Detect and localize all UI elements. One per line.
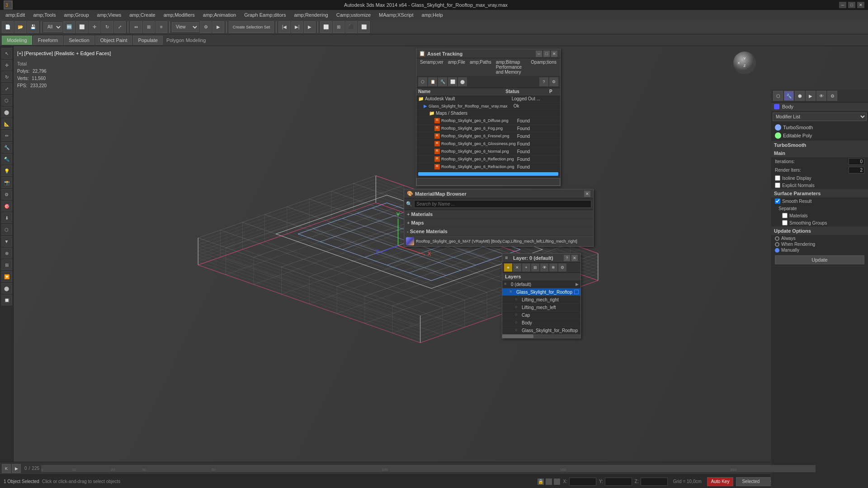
at-menu-paths[interactable]: amp;Paths xyxy=(468,59,493,75)
at-btn2[interactable]: 📋 xyxy=(428,77,437,86)
left-tool8[interactable]: ✏ xyxy=(1,130,12,141)
at-maximize[interactable]: □ xyxy=(543,51,550,57)
lp-btn-merge[interactable]: ⊞ xyxy=(531,263,539,272)
timeline-track[interactable]: 0 10 20 30 50 100 150 200 xyxy=(41,465,816,472)
layer-row-glass[interactable]: ≡ Glass_Skylight_for_Rooftop xyxy=(502,288,580,296)
menu-rendering[interactable]: amp;Rendering xyxy=(290,11,331,19)
materials-checkbox[interactable] xyxy=(782,213,788,218)
menu-modifiers[interactable]: amp;Modifiers xyxy=(160,11,198,19)
viewport-btn2[interactable]: ⊞ xyxy=(333,21,344,33)
left-tool22[interactable]: 🔲 xyxy=(1,295,12,305)
update-button[interactable]: Update xyxy=(775,255,864,264)
left-rotate[interactable]: ↻ xyxy=(1,71,12,82)
left-tool18[interactable]: ⊕ xyxy=(1,248,12,258)
render-setup[interactable]: ⚙ xyxy=(200,21,212,33)
layer-row-cap[interactable]: ○ Cap xyxy=(502,311,580,319)
mod-turbosmooth[interactable]: TurboSmooth xyxy=(772,123,867,131)
at-row-normal[interactable]: R Rooftop_Skylight_geo_6_Normal.png Foun… xyxy=(416,148,560,155)
update-options-title[interactable]: Update Options xyxy=(771,227,868,235)
always-radio[interactable] xyxy=(775,236,779,241)
main-section-title[interactable]: Main xyxy=(771,149,868,157)
turbosmooth-title[interactable]: TurboSmooth xyxy=(771,141,868,149)
at-btn5[interactable]: ⬤ xyxy=(458,77,467,86)
layer-row-glass-sub[interactable]: ○ Glass_Skylight_for_Rooftop xyxy=(502,327,580,334)
rp-nav-hierarchy[interactable]: ⬢ xyxy=(795,91,805,101)
materials-section-header[interactable]: + Materials xyxy=(404,210,593,219)
select-rect[interactable]: ⬜ xyxy=(76,21,88,33)
at-row-reflection[interactable]: R Rooftop_Skylight_geo_6_Reflection.png … xyxy=(416,155,560,163)
at-minimize[interactable]: ─ xyxy=(536,51,542,57)
tab-populate[interactable]: Populate xyxy=(133,36,162,45)
at-help[interactable]: ? xyxy=(539,77,548,86)
lp-btn-settings[interactable]: ⚙ xyxy=(558,263,566,272)
left-scale[interactable]: ⤢ xyxy=(1,83,12,94)
at-menu-options[interactable]: Opamp;tions xyxy=(529,59,558,75)
left-tool13[interactable]: ⚙ xyxy=(1,189,12,200)
at-menu-bitmap[interactable]: amp;Bitmap Performance and Memory xyxy=(494,59,528,75)
left-tool5[interactable]: ⬡ xyxy=(1,95,12,106)
open-button[interactable]: 📂 xyxy=(14,21,26,33)
at-row-maxfile[interactable]: ▶ Glass_Skylight_for_Rooftop_max_vray.ma… xyxy=(416,103,560,110)
at-row-vault[interactable]: 📁 Autodesk Vault Logged Out ... xyxy=(416,95,560,103)
layers-close[interactable]: ✕ xyxy=(571,255,578,261)
at-menu-server[interactable]: Seramp;ver xyxy=(418,59,445,75)
tab-selection[interactable]: Selection xyxy=(64,36,94,45)
layer-mgr[interactable]: ≡ xyxy=(156,21,167,33)
at-btn3[interactable]: 🔧 xyxy=(438,77,447,86)
menu-tools[interactable]: amp;Tools xyxy=(29,11,59,19)
rp-nav-create[interactable]: ⬡ xyxy=(773,91,783,101)
menu-edit[interactable]: amp;Edit xyxy=(2,11,28,19)
view-dropdown[interactable]: View xyxy=(172,22,199,32)
viewport-btn4[interactable]: ⬜ xyxy=(358,21,370,33)
mod-editable-poly[interactable]: Editable Poly xyxy=(772,131,867,140)
layer-row-body[interactable]: ○ Body xyxy=(502,319,580,327)
layer-row-lift-left[interactable]: ○ Lifting_mech_left xyxy=(502,304,580,311)
iterations-input[interactable] xyxy=(849,158,864,165)
modifier-dropdown[interactable]: Modifier List xyxy=(773,113,867,121)
surface-params-title[interactable]: Surface Parameters xyxy=(771,189,868,197)
select-scale[interactable]: ⤢ xyxy=(114,21,126,33)
left-tool12[interactable]: 📸 xyxy=(1,177,12,188)
mat-close[interactable]: ✕ xyxy=(584,191,590,197)
key-mode-btn[interactable]: K xyxy=(2,464,11,473)
y-input[interactable] xyxy=(605,478,632,486)
at-btn4[interactable]: ⬜ xyxy=(448,77,457,86)
at-status-input[interactable] xyxy=(416,178,560,186)
left-tool9[interactable]: 🔧 xyxy=(1,142,12,153)
left-tool10[interactable]: 🔦 xyxy=(1,154,12,164)
prev-frame[interactable]: |◀ xyxy=(278,21,290,33)
lock-icon[interactable]: 🔒 xyxy=(538,479,544,485)
lp-btn-hide[interactable]: 👁 xyxy=(540,263,548,272)
next-frame[interactable]: ▶| xyxy=(291,21,303,33)
mat-item-rooftop[interactable]: Rooftop_Skylight_geo_6_MAT (VRayMtl) [Bo… xyxy=(404,236,593,246)
at-btn1[interactable]: ⬡ xyxy=(418,77,427,86)
menu-animation[interactable]: amp;Animation xyxy=(199,11,240,19)
layers-help[interactable]: ? xyxy=(564,255,570,261)
mirror-tool[interactable]: ⇔ xyxy=(130,21,142,33)
at-row-diffuse[interactable]: R Rooftop_Skylight_geo_6_Diffuse.png Fou… xyxy=(416,117,560,125)
left-tool14[interactable]: 🎯 xyxy=(1,201,12,211)
layers-scrollbar[interactable] xyxy=(502,334,580,338)
lock2-icon[interactable] xyxy=(546,479,552,485)
isoline-checkbox[interactable] xyxy=(775,175,780,181)
rp-nav-display[interactable]: 👁 xyxy=(816,91,826,101)
manually-radio[interactable] xyxy=(775,248,779,253)
autokey-button[interactable]: Auto Key xyxy=(707,477,734,486)
maximize-button[interactable]: □ xyxy=(848,2,855,8)
play[interactable]: ▶ xyxy=(304,21,316,33)
left-move[interactable]: ✛ xyxy=(1,60,12,70)
minimize-button[interactable]: ─ xyxy=(839,2,846,8)
rp-nav-motion[interactable]: ▶ xyxy=(806,91,816,101)
left-tool11[interactable]: 💡 xyxy=(1,165,12,176)
tab-object-paint[interactable]: Object Paint xyxy=(95,36,132,45)
lp-btn-add[interactable]: + xyxy=(522,263,530,272)
rp-nav-modify[interactable]: 🔧 xyxy=(784,91,794,101)
layer-row-0[interactable]: ≡ 0 (default) ▶ xyxy=(502,281,580,288)
layer-row-lift-right[interactable]: ○ Lifting_mech_right xyxy=(502,296,580,304)
select-move[interactable]: ✛ xyxy=(89,21,100,33)
object-color-swatch[interactable] xyxy=(774,104,779,109)
align-tool[interactable]: ⊞ xyxy=(143,21,155,33)
maps-section-header[interactable]: + Maps xyxy=(404,219,593,227)
z-input[interactable] xyxy=(641,478,668,486)
explicit-normals-checkbox[interactable] xyxy=(775,183,780,188)
